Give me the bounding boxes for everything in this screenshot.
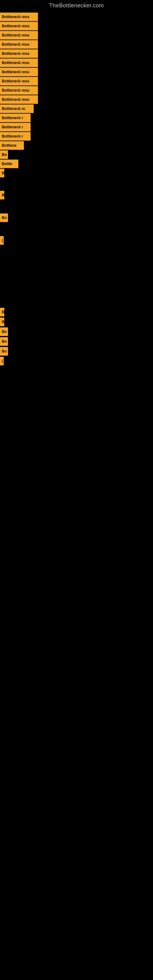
bar-row: Bottleneck re bbox=[0, 105, 153, 113]
bottleneck-bar-label: Bottleneck resu bbox=[0, 77, 38, 86]
bar-row: B bbox=[0, 191, 153, 199]
bottleneck-bar-label: B bbox=[0, 191, 4, 199]
bar-row: Bo bbox=[0, 337, 153, 346]
bar-row: Bottleneck resu bbox=[0, 31, 153, 40]
bar-row: | bbox=[0, 236, 153, 245]
bars-container: Bottleneck resuBottleneck resuBottleneck… bbox=[0, 10, 153, 365]
bottleneck-bar-label: Bo bbox=[0, 150, 8, 159]
bottleneck-bar-label: B bbox=[0, 169, 4, 177]
bottleneck-bar-label: Bottleneck resu bbox=[0, 49, 38, 58]
empty-bar-row bbox=[0, 270, 153, 282]
bottleneck-bar-label: Bottle bbox=[0, 159, 18, 168]
bar-row: | bbox=[0, 357, 153, 365]
bar-row: Bottleneck r bbox=[0, 114, 153, 122]
bottleneck-bar-label: Bo bbox=[0, 328, 8, 336]
bottleneck-bar-label: Bo bbox=[0, 213, 8, 222]
bar-row: Bottleneck r bbox=[0, 132, 153, 140]
bar-row: Bottleneck resu bbox=[0, 13, 153, 21]
empty-bar-row bbox=[0, 294, 153, 307]
bottleneck-bar-label: Bottleneck resu bbox=[0, 86, 38, 95]
bottleneck-bar-label: Bottleneck r bbox=[0, 132, 30, 140]
bottleneck-bar-label: Bottleneck r bbox=[0, 114, 30, 122]
bottleneck-bar-label: | bbox=[0, 236, 4, 245]
bottleneck-bar-label: Bottleneck resu bbox=[0, 31, 38, 40]
empty-bar-row bbox=[0, 200, 153, 212]
empty-bar-row bbox=[0, 178, 153, 190]
bar-row: Bottleneck resu bbox=[0, 95, 153, 104]
bottleneck-bar-label: B bbox=[0, 308, 4, 317]
empty-bar-row bbox=[0, 223, 153, 235]
empty-bar-row bbox=[0, 282, 153, 294]
bottleneck-bar-label: Bottleneck resu bbox=[0, 95, 38, 104]
bar-row: Bo bbox=[0, 328, 153, 336]
bottleneck-bar-label: Bottleneck r bbox=[0, 123, 30, 131]
bottleneck-bar-label: Bo bbox=[0, 337, 8, 346]
bar-row: Bottleneck resu bbox=[0, 86, 153, 95]
empty-bar-row bbox=[0, 258, 153, 270]
bar-row: Bottleneck resu bbox=[0, 68, 153, 76]
bar-row: Bottleneck r bbox=[0, 123, 153, 131]
bar-row: Bottleneck resu bbox=[0, 59, 153, 67]
bottleneck-bar-label: Bottleneck resu bbox=[0, 68, 38, 76]
bottleneck-bar-label: Bo bbox=[0, 347, 8, 356]
bar-row: Bottleneck resu bbox=[0, 40, 153, 49]
bottleneck-bar-label: Bottleneck resu bbox=[0, 40, 38, 49]
bar-row: Bottleneck resu bbox=[0, 77, 153, 86]
bottleneck-bar-label: Bottleneck re bbox=[0, 105, 33, 113]
bar-row: Bottleneck resu bbox=[0, 49, 153, 58]
bottleneck-bar-label: B bbox=[0, 318, 4, 326]
bottleneck-bar-label: Bottlene bbox=[0, 141, 24, 150]
empty-bar-row bbox=[0, 245, 153, 258]
site-title: TheBottlenecker.com bbox=[0, 0, 153, 10]
bottleneck-bar-label: Bottleneck resu bbox=[0, 13, 38, 21]
bar-row: B bbox=[0, 318, 153, 326]
bar-row: Bo bbox=[0, 347, 153, 356]
bottleneck-bar-label: Bottleneck resu bbox=[0, 22, 38, 30]
bottleneck-bar-label: | bbox=[0, 357, 4, 365]
bar-row: B bbox=[0, 169, 153, 177]
bar-row: Bottlene bbox=[0, 141, 153, 150]
bar-row: Bo bbox=[0, 150, 153, 159]
bar-row: Bottleneck resu bbox=[0, 22, 153, 30]
bar-row: B bbox=[0, 308, 153, 317]
bar-row: Bottle bbox=[0, 159, 153, 168]
bar-row: Bo bbox=[0, 213, 153, 222]
bottleneck-bar-label: Bottleneck resu bbox=[0, 59, 38, 67]
